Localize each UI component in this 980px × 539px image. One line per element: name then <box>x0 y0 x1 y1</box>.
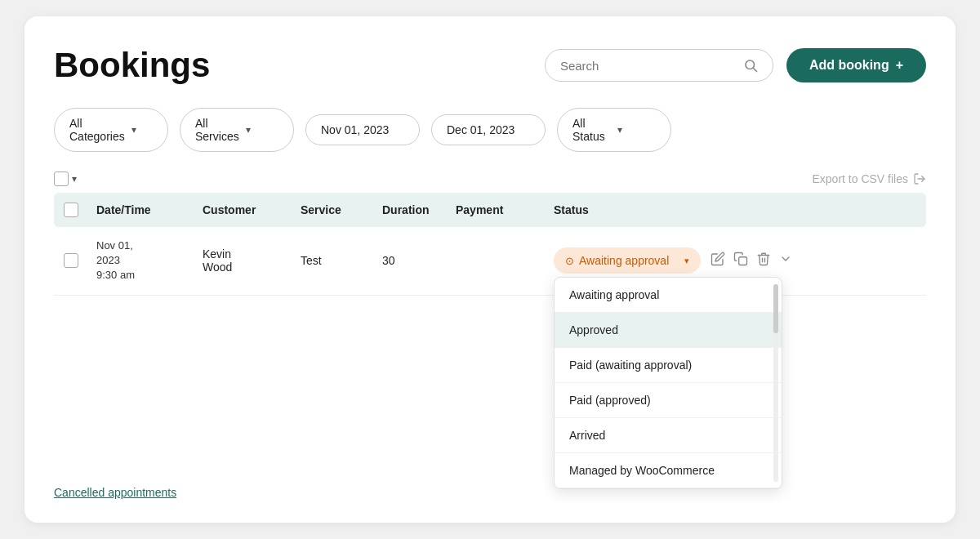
scrollbar-track <box>773 284 778 482</box>
export-icon <box>913 172 926 185</box>
svg-rect-3 <box>739 257 747 265</box>
dropdown-option-awaiting-approval[interactable]: Awaiting approval <box>555 278 782 313</box>
table-row: Nov 01,20239:30 am KevinWood Test 30 ⊙ A… <box>54 227 926 296</box>
col-datetime: Date/Time <box>96 203 203 216</box>
select-chevron-icon[interactable]: ▾ <box>72 173 77 185</box>
status-chevron-icon: ▾ <box>684 256 689 266</box>
col-customer: Customer <box>203 203 301 216</box>
toolbar-row: ▾ Export to CSV files <box>54 172 926 186</box>
select-all-checkbox[interactable] <box>54 172 69 186</box>
row-customer: KevinWood <box>203 247 301 274</box>
svg-point-0 <box>746 60 755 69</box>
bookings-table: Date/Time Customer Service Duration Paym… <box>54 193 926 296</box>
expand-icon[interactable] <box>779 252 792 269</box>
row-checkbox-cell <box>64 253 96 268</box>
copy-icon[interactable] <box>733 252 748 270</box>
filters-row: All Categories ▾ All Services ▾ Nov 01, … <box>54 108 926 152</box>
row-duration: 30 <box>382 254 456 267</box>
clock-icon: ⊙ <box>565 255 574 267</box>
search-input[interactable] <box>560 59 737 73</box>
dropdown-option-paid-awaiting[interactable]: Paid (awaiting approval) <box>555 348 782 383</box>
search-icon <box>743 58 758 73</box>
status-dropdown[interactable]: ⊙ Awaiting approval ▾ Awaiting approval … <box>554 247 701 274</box>
chevron-down-icon: ▾ <box>131 124 153 136</box>
filter-all-services[interactable]: All Services ▾ <box>180 108 294 152</box>
row-status-cell: ⊙ Awaiting approval ▾ Awaiting approval … <box>554 247 916 274</box>
page-title: Bookings <box>54 46 210 85</box>
svg-line-1 <box>754 69 757 72</box>
select-all-area[interactable]: ▾ <box>54 172 77 186</box>
status-button[interactable]: ⊙ Awaiting approval ▾ <box>554 247 701 274</box>
filter-all-categories[interactable]: All Categories ▾ <box>54 108 168 152</box>
header-select-all-checkbox[interactable] <box>64 203 78 217</box>
chevron-down-icon: ▾ <box>246 124 278 136</box>
row-checkbox[interactable] <box>64 253 78 268</box>
table-header: Date/Time Customer Service Duration Paym… <box>54 193 926 227</box>
dropdown-option-paid-approved[interactable]: Paid (approved) <box>555 383 782 418</box>
export-csv-button[interactable]: Export to CSV files <box>813 172 927 185</box>
status-dropdown-menu: Awaiting approval Approved Paid (awaitin… <box>554 277 782 489</box>
col-payment: Payment <box>456 203 554 216</box>
bottom-link-area: Cancelled appointments <box>54 485 176 500</box>
search-box[interactable] <box>545 49 773 82</box>
bookings-card: Bookings Add booking + All Categories ▾ … <box>24 16 956 523</box>
row-datetime: Nov 01,20239:30 am <box>96 238 203 283</box>
edit-icon[interactable] <box>710 252 725 270</box>
chevron-down-icon: ▾ <box>617 124 656 136</box>
dropdown-option-approved[interactable]: Approved <box>555 313 782 348</box>
row-service: Test <box>301 254 382 267</box>
col-service: Service <box>301 203 382 216</box>
filter-date-to[interactable]: Dec 01, 2023 <box>431 114 546 145</box>
col-status: Status <box>554 203 916 216</box>
dropdown-option-arrived[interactable]: Arrived <box>555 418 782 453</box>
cancelled-appointments-link[interactable]: Cancelled appointments <box>54 486 176 499</box>
col-duration: Duration <box>382 203 456 216</box>
add-booking-button[interactable]: Add booking + <box>786 48 926 82</box>
table-header-checkbox-cell <box>64 203 96 217</box>
filter-date-from[interactable]: Nov 01, 2023 <box>305 114 420 145</box>
filter-all-status[interactable]: All Status ▾ <box>557 108 671 152</box>
delete-icon[interactable] <box>756 252 771 270</box>
header-right: Add booking + <box>545 48 926 82</box>
scrollbar-thumb <box>773 284 778 333</box>
header-row: Bookings Add booking + <box>54 46 926 85</box>
dropdown-option-woocommerce[interactable]: Managed by WooCommerce <box>555 453 782 488</box>
row-actions <box>710 252 792 270</box>
